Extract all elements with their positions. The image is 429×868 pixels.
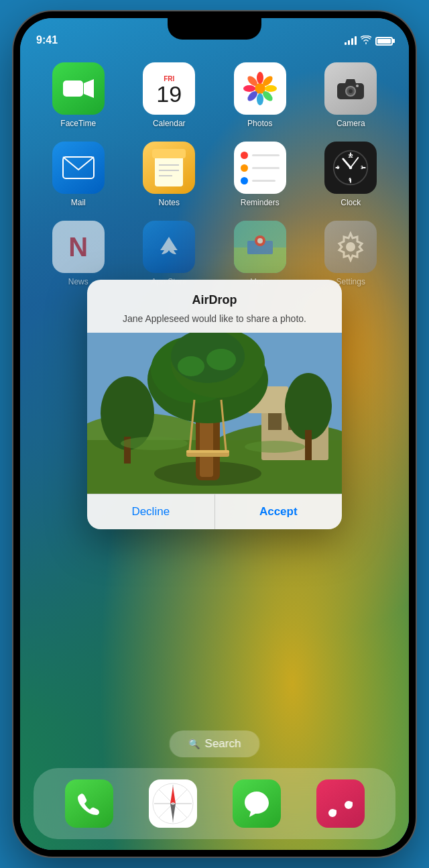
svg-text:12: 12	[349, 154, 354, 158]
mail-label: Mail	[71, 198, 86, 207]
notch	[168, 18, 261, 40]
maps-icon[interactable]	[234, 221, 286, 273]
airdrop-dialog: AirDrop Jane Appleseed would like to sha…	[87, 280, 342, 529]
camera-label: Camera	[336, 119, 365, 128]
facetime-icon[interactable]	[52, 62, 105, 115]
messages-dock-icon[interactable]	[233, 779, 281, 828]
app-item-notes[interactable]: Notes	[127, 142, 212, 207]
notes-label: Notes	[159, 198, 180, 207]
svg-marker-1	[84, 79, 94, 98]
photos-label: Photos	[247, 119, 272, 128]
calendar-day: 19	[156, 83, 182, 105]
search-icon: 🔍	[188, 739, 200, 749]
svg-text:9: 9	[337, 165, 340, 170]
wifi-icon	[361, 36, 371, 46]
signal-icon	[345, 37, 357, 45]
svg-point-39	[346, 242, 355, 252]
battery-icon	[375, 37, 393, 46]
clock-label: Clock	[341, 198, 361, 207]
mail-icon[interactable]	[52, 142, 105, 194]
dialog-header: AirDrop Jane Appleseed would like to sha…	[87, 280, 342, 333]
svg-point-59	[178, 356, 204, 376]
appstore-icon[interactable]	[143, 221, 195, 273]
svg-text:6: 6	[349, 177, 351, 182]
app-item-appstore[interactable]: App Store	[127, 221, 212, 286]
dock-item-music[interactable]	[316, 779, 365, 828]
svg-point-5	[265, 85, 277, 92]
safari-dock-icon[interactable]	[149, 779, 197, 828]
calendar-icon[interactable]: FRI 19	[143, 62, 195, 115]
svg-point-7	[257, 93, 263, 105]
search-pill[interactable]: 🔍 Search	[170, 730, 260, 757]
settings-label: Settings	[336, 277, 365, 286]
app-item-facetime[interactable]: FaceTime	[36, 62, 121, 128]
app-item-clock[interactable]: 12 3 6 9 Clock	[309, 142, 393, 207]
app-grid-row1: FaceTime FRI 19 Calendar	[20, 56, 409, 293]
svg-rect-0	[63, 80, 83, 97]
news-label: News	[68, 277, 88, 286]
svg-point-33	[349, 166, 353, 170]
svg-point-38	[257, 238, 263, 243]
app-item-camera[interactable]: Camera	[309, 62, 393, 128]
svg-rect-46	[268, 413, 282, 430]
notes-icon[interactable]	[143, 142, 195, 194]
photo-preview	[87, 333, 342, 494]
calendar-label: Calendar	[153, 119, 186, 128]
screen: 9:41	[20, 18, 409, 850]
reminders-label: Reminders	[241, 198, 280, 207]
reminders-icon[interactable]	[234, 142, 286, 194]
phone-dock-icon[interactable]	[65, 779, 113, 828]
svg-point-65	[121, 437, 188, 450]
svg-rect-18	[152, 149, 186, 158]
app-item-photos[interactable]: Photos	[218, 62, 302, 128]
svg-point-66	[245, 441, 305, 453]
facetime-label: FaceTime	[60, 119, 96, 128]
status-time: 9:41	[36, 34, 58, 46]
dock-item-phone[interactable]	[65, 779, 113, 828]
app-item-mail[interactable]: Mail	[36, 142, 121, 207]
svg-point-14	[349, 89, 353, 93]
svg-point-15	[356, 85, 359, 87]
news-icon[interactable]: N	[52, 221, 105, 273]
status-icons	[345, 36, 393, 46]
airdrop-image	[87, 333, 342, 494]
music-dock-icon[interactable]	[316, 779, 365, 828]
app-item-settings[interactable]: Settings	[309, 221, 393, 286]
svg-point-3	[257, 72, 263, 84]
accept-button[interactable]: Accept	[215, 494, 343, 529]
svg-rect-64	[186, 450, 229, 453]
app-item-calendar[interactable]: FRI 19 Calendar	[127, 62, 212, 128]
airdrop-message: Jane Appleseed would like to share a pho…	[103, 313, 326, 326]
dialog-actions: Decline Accept	[87, 494, 342, 529]
svg-point-60	[206, 349, 236, 370]
dock	[34, 768, 395, 839]
app-item-news[interactable]: N News	[36, 221, 121, 286]
svg-text:3: 3	[361, 165, 363, 170]
decline-button[interactable]: Decline	[87, 494, 215, 529]
svg-point-9	[243, 85, 255, 92]
settings-icon[interactable]	[324, 221, 377, 273]
search-label: Search	[205, 737, 241, 751]
phone-frame: 9:41	[13, 11, 416, 857]
svg-rect-52	[305, 430, 312, 460]
clock-icon[interactable]: 12 3 6 9	[324, 142, 377, 194]
camera-icon[interactable]	[324, 62, 377, 115]
dock-item-messages[interactable]	[233, 779, 281, 828]
airdrop-title: AirDrop	[103, 293, 326, 307]
photos-icon[interactable]	[234, 62, 286, 115]
app-item-maps[interactable]: Maps	[218, 221, 302, 286]
app-item-reminders[interactable]: Reminders	[218, 142, 302, 207]
dock-item-safari[interactable]	[149, 779, 197, 828]
